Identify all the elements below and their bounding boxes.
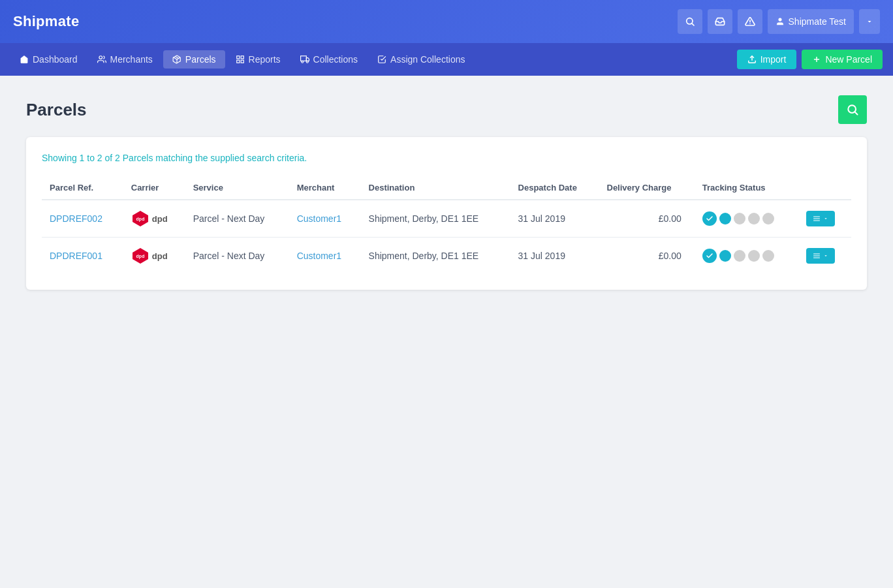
app-logo: Shipmate (13, 13, 79, 30)
alert-icon-button[interactable] (738, 9, 762, 34)
results-info: Showing 1 to 2 of 2 Parcels matching the… (42, 153, 851, 163)
import-label: Import (760, 54, 787, 65)
carrier-logo: dpd dpd (131, 247, 178, 265)
row-action-button[interactable] (806, 248, 835, 264)
svg-line-6 (175, 56, 178, 58)
nav-actions: Import New Parcel (737, 50, 883, 69)
cell-carrier: dpd dpd (123, 238, 185, 275)
cell-destination: Shipment, Derby, DE1 1EE (361, 200, 510, 238)
svg-rect-10 (241, 60, 243, 63)
track-dot-4 (762, 250, 774, 262)
carrier-name: dpd (152, 214, 168, 224)
svg-rect-12 (300, 56, 306, 61)
cell-action (798, 200, 851, 238)
page-header: Parcels (26, 95, 867, 124)
inbox-icon-button[interactable] (708, 9, 732, 34)
user-name: Shipmate Test (789, 16, 846, 27)
svg-line-20 (855, 112, 858, 115)
nav-merchants[interactable]: Merchants (88, 50, 162, 69)
track-dots (719, 250, 774, 262)
cell-action (798, 238, 851, 275)
svg-line-1 (692, 23, 694, 25)
new-parcel-label: New Parcel (825, 54, 872, 65)
cell-tracking-status (695, 238, 798, 275)
cell-service: Parcel - Next Day (185, 200, 289, 238)
track-check-icon (702, 211, 717, 226)
tracking-status (702, 211, 791, 226)
parcel-ref-link[interactable]: DPDREF002 (50, 213, 102, 224)
tracking-status (702, 249, 791, 263)
parcel-ref-link[interactable]: DPDREF001 (50, 251, 102, 261)
header-actions: Shipmate Test (678, 9, 880, 34)
nav-dashboard[interactable]: Dashboard (10, 50, 87, 69)
col-parcel-ref: Parcel Ref. (42, 176, 123, 200)
svg-marker-13 (306, 58, 309, 61)
col-actions (798, 176, 851, 200)
track-dot-2 (734, 213, 745, 224)
track-dot-2 (734, 250, 745, 262)
table-row: DPDREF001 dpd dpd Parcel - Next Day Cust… (42, 238, 851, 275)
merchant-link[interactable]: Customer1 (297, 251, 341, 261)
nav-reports[interactable]: Reports (227, 50, 290, 69)
nav-reports-label: Reports (249, 54, 281, 65)
cell-carrier: dpd dpd (123, 200, 185, 238)
nav-items: Dashboard Merchants Parcels Reports Coll… (10, 50, 474, 69)
nav-assign-collections[interactable]: Assign Collections (368, 50, 474, 69)
nav-parcels[interactable]: Parcels (163, 50, 225, 69)
page-title: Parcels (26, 100, 87, 120)
col-despatch-date: Despatch Date (510, 176, 599, 200)
col-carrier: Carrier (123, 176, 185, 200)
main-nav: Dashboard Merchants Parcels Reports Coll… (0, 43, 893, 76)
nav-collections-label: Collections (313, 54, 358, 65)
import-button[interactable]: Import (737, 50, 797, 69)
col-merchant: Merchant (289, 176, 361, 200)
user-menu-button[interactable]: Shipmate Test (768, 9, 854, 34)
main-content: Parcels Showing 1 to 2 of 2 Parcels matc… (0, 76, 893, 309)
cell-despatch-date: 31 Jul 2019 (510, 238, 599, 275)
svg-text:dpd: dpd (136, 254, 144, 259)
row-action-button[interactable] (806, 211, 835, 226)
svg-text:dpd: dpd (136, 217, 144, 222)
cell-merchant: Customer1 (289, 238, 361, 275)
new-parcel-button[interactable]: New Parcel (802, 50, 883, 69)
col-service: Service (185, 176, 289, 200)
track-dot-4 (762, 213, 774, 224)
cell-delivery-charge: £0.00 (599, 200, 695, 238)
user-dropdown-button[interactable] (859, 9, 880, 34)
merchant-link[interactable]: Customer1 (297, 213, 341, 224)
track-check-icon (702, 249, 717, 263)
track-dot-1 (719, 250, 731, 262)
nav-collections[interactable]: Collections (291, 50, 367, 69)
cell-despatch-date: 31 Jul 2019 (510, 200, 599, 238)
page-search-button[interactable] (838, 95, 867, 124)
svg-point-15 (306, 61, 308, 63)
parcels-table: Parcel Ref. Carrier Service Merchant Des… (42, 176, 851, 274)
svg-point-14 (301, 61, 303, 63)
track-dot-3 (748, 250, 760, 262)
track-dot-3 (748, 213, 760, 224)
table-header-row: Parcel Ref. Carrier Service Merchant Des… (42, 176, 851, 200)
cell-destination: Shipment, Derby, DE1 1EE (361, 238, 510, 275)
svg-point-4 (778, 18, 781, 22)
nav-dashboard-label: Dashboard (33, 54, 78, 65)
track-dot-1 (719, 213, 731, 224)
nav-merchants-label: Merchants (110, 54, 153, 65)
svg-point-5 (99, 56, 102, 59)
header: Shipmate Shipmate Test (0, 0, 893, 43)
cell-tracking-status (695, 200, 798, 238)
col-tracking-status: Tracking Status (695, 176, 798, 200)
parcels-card: Showing 1 to 2 of 2 Parcels matching the… (26, 137, 867, 290)
carrier-name: dpd (152, 251, 168, 261)
svg-rect-11 (236, 60, 239, 63)
carrier-logo: dpd dpd (131, 209, 178, 228)
search-icon-button[interactable] (678, 9, 702, 34)
svg-rect-8 (236, 56, 239, 59)
cell-service: Parcel - Next Day (185, 238, 289, 275)
table-row: DPDREF002 dpd dpd Parcel - Next Day Cust… (42, 200, 851, 238)
svg-rect-9 (241, 56, 243, 59)
cell-parcel-ref: DPDREF002 (42, 200, 123, 238)
cell-merchant: Customer1 (289, 200, 361, 238)
cell-parcel-ref: DPDREF001 (42, 238, 123, 275)
nav-assign-collections-label: Assign Collections (390, 54, 465, 65)
col-destination: Destination (361, 176, 510, 200)
